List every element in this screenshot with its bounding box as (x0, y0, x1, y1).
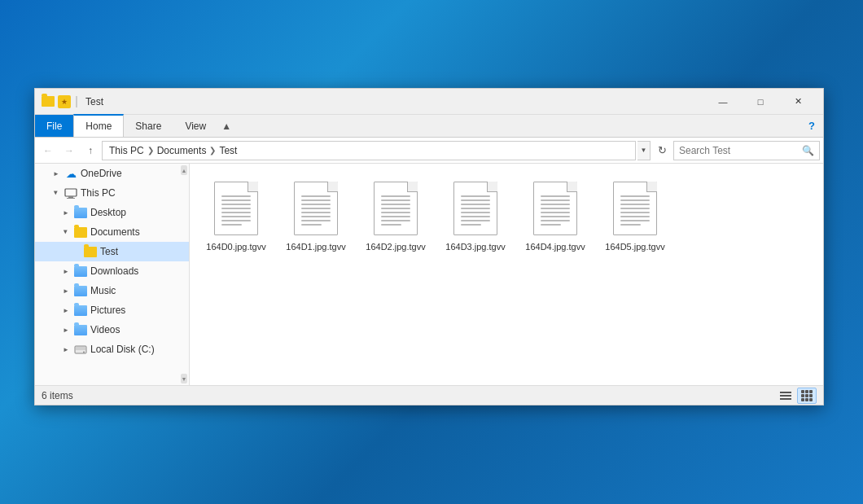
doc-line-7 (301, 224, 322, 226)
doc-lines (381, 195, 410, 226)
doc-page (214, 182, 258, 235)
doc-line-2 (381, 204, 410, 205)
sidebar-item-videos[interactable]: ► Videos (35, 320, 189, 340)
file-icon (449, 179, 502, 238)
sidebar: ► ☁ OneDrive ► This PC ► (35, 164, 190, 385)
close-button[interactable]: ✕ (779, 89, 817, 115)
doc-line-7 (620, 224, 641, 226)
expand-arrow-test (71, 247, 81, 256)
test-folder-icon (84, 245, 97, 258)
quick-access-icon: ★ (58, 95, 71, 108)
doc-line-5 (381, 216, 410, 217)
sidebar-label-videos: Videos (90, 324, 120, 335)
doc-line-0 (541, 195, 570, 197)
file-icon (529, 179, 581, 238)
sidebar-item-downloads[interactable]: ► Downloads (35, 261, 189, 281)
large-icon-view-button[interactable] (797, 388, 817, 404)
address-dropdown-button[interactable]: ▼ (637, 141, 651, 160)
doc-line-3 (221, 208, 251, 209)
file-item[interactable]: 164D5.jpg.tgvv (598, 173, 672, 258)
file-label: 164D0.jpg.tgvv (206, 241, 265, 252)
doc-page (294, 182, 338, 235)
ribbon-tabs: File Home Share View ▲ ? (35, 115, 823, 138)
crumb-sep-2: ❯ (209, 146, 216, 155)
sidebar-label-documents: Documents (90, 226, 140, 238)
help-button[interactable]: ? (800, 115, 823, 137)
search-icon[interactable]: 🔍 (802, 145, 814, 156)
back-button[interactable]: ← (38, 141, 58, 160)
doc-line-0 (461, 195, 490, 197)
refresh-button[interactable]: ↻ (652, 141, 672, 160)
sidebar-item-localdisk[interactable]: ► Local Disk (C:) (35, 340, 189, 359)
details-view-button[interactable] (776, 388, 795, 404)
sidebar-item-pictures[interactable]: ► Pictures (35, 300, 189, 320)
search-input[interactable] (679, 145, 802, 156)
explorer-window: ★ Test — □ ✕ File Home Share View ▲ ? ← … (34, 88, 824, 405)
doc-line-1 (221, 199, 251, 201)
tab-home[interactable]: Home (73, 114, 124, 137)
address-path[interactable]: This PC ❯ Documents ❯ Test (102, 141, 636, 160)
sidebar-label-pictures: Pictures (90, 305, 125, 316)
maximize-button[interactable]: □ (742, 89, 779, 115)
minimize-button[interactable]: — (704, 89, 742, 115)
doc-line-0 (620, 195, 650, 197)
svg-rect-2 (67, 198, 75, 199)
status-bar: 6 items (35, 385, 823, 405)
doc-page (374, 182, 418, 235)
doc-line-0 (221, 195, 251, 197)
forward-button[interactable]: → (59, 141, 79, 160)
svg-point-5 (83, 351, 85, 353)
sidebar-scroll-up[interactable]: ▲ (181, 165, 187, 175)
expand-arrow-pictures: ► (61, 305, 71, 315)
crumb-sep-1: ❯ (147, 146, 154, 155)
up-button[interactable]: ↑ (81, 141, 100, 160)
doc-page (613, 182, 657, 235)
file-icon (210, 179, 262, 238)
sidebar-label-onedrive: OneDrive (81, 168, 122, 179)
title-bar-icons: ★ (42, 95, 79, 108)
tab-file[interactable]: File (35, 115, 73, 137)
search-box[interactable]: 🔍 (673, 141, 820, 160)
file-item[interactable]: 164D3.jpg.tgvv (439, 173, 512, 258)
thispc-icon (64, 186, 77, 199)
sidebar-label-desktop: Desktop (90, 207, 126, 218)
doc-line-6 (301, 220, 331, 221)
downloads-folder-icon (74, 265, 87, 278)
pictures-folder-icon (74, 304, 87, 317)
file-item[interactable]: 164D1.jpg.tgvv (279, 173, 353, 258)
doc-line-7 (541, 224, 561, 226)
file-icon (290, 179, 342, 238)
expand-arrow-downloads: ► (61, 266, 71, 276)
doc-line-6 (381, 220, 410, 221)
title-divider (76, 96, 77, 107)
tab-share[interactable]: Share (124, 115, 173, 137)
expand-arrow-documents: ► (61, 227, 71, 237)
sidebar-item-onedrive[interactable]: ► ☁ OneDrive (35, 164, 189, 183)
title-folder-icon (42, 96, 55, 107)
sidebar-item-music[interactable]: ► Music (35, 281, 189, 300)
expand-arrow-videos: ► (61, 325, 71, 335)
doc-line-3 (381, 208, 410, 209)
ribbon-collapse-button[interactable]: ▲ (218, 115, 234, 137)
doc-line-3 (541, 208, 570, 209)
doc-line-3 (461, 208, 490, 209)
sidebar-item-desktop[interactable]: ► Desktop (35, 203, 189, 222)
file-icon (370, 179, 422, 238)
sidebar-item-documents[interactable]: ► Documents (35, 222, 189, 242)
sidebar-item-test[interactable]: Test (35, 242, 189, 261)
tab-view[interactable]: View (173, 115, 218, 137)
svg-rect-4 (76, 347, 85, 350)
item-count: 6 items (42, 390, 73, 401)
doc-line-2 (221, 204, 251, 205)
doc-lines (301, 195, 331, 226)
doc-page (533, 182, 577, 235)
file-label: 164D3.jpg.tgvv (445, 241, 505, 252)
file-item[interactable]: 164D0.jpg.tgvv (199, 173, 273, 258)
doc-line-4 (381, 212, 410, 213)
file-item[interactable]: 164D2.jpg.tgvv (359, 173, 432, 258)
expand-arrow-localdisk: ► (61, 344, 71, 354)
file-item[interactable]: 164D4.jpg.tgvv (519, 173, 592, 258)
sidebar-scroll-down[interactable]: ▼ (181, 374, 187, 383)
expand-arrow-onedrive: ► (51, 169, 61, 178)
sidebar-item-thispc[interactable]: ► This PC (35, 183, 189, 203)
